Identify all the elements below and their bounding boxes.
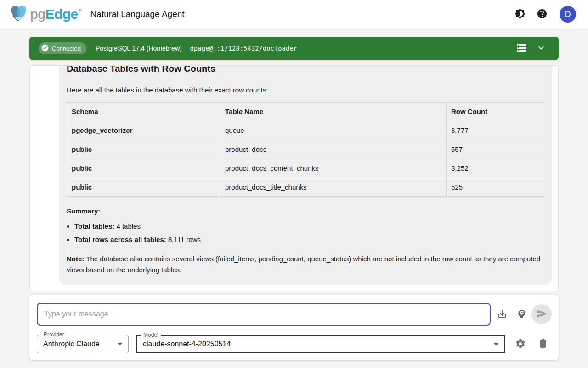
provider-select-value: Anthropic Claude xyxy=(43,340,100,348)
summary-heading: Summary: xyxy=(67,207,544,216)
chevron-down-icon xyxy=(536,42,547,55)
cell-schema: public xyxy=(67,159,220,178)
summary-list-item: Total tables: 4 tables xyxy=(74,222,544,231)
app-header: pgEdge® Natural Language Agent D xyxy=(0,0,588,29)
status-label: Connected xyxy=(52,45,81,52)
collapse-connection-button[interactable] xyxy=(533,40,549,57)
table-row: public product_docs 557 xyxy=(67,140,544,159)
logo-registered-mark: ® xyxy=(79,8,82,13)
assistant-message: Database Tables with Row Counts Here are… xyxy=(59,65,552,285)
check-circle-icon xyxy=(41,44,49,53)
pgedge-logo-icon xyxy=(8,4,29,25)
download-chat-button[interactable] xyxy=(493,305,511,323)
user-avatar[interactable]: D xyxy=(560,6,576,23)
dark-mode-toggle[interactable] xyxy=(511,5,529,23)
cell-table-name: queue xyxy=(220,121,447,140)
cell-table-name: product_docs_content_chunks xyxy=(220,159,447,178)
send-icon xyxy=(536,308,547,321)
summary-list: Total tables: 4 tables Total rows across… xyxy=(67,222,544,244)
note-label: Note: xyxy=(67,255,84,263)
model-select-value: claude-sonnet-4-20250514 xyxy=(143,340,231,348)
status-badge: Connected xyxy=(39,42,86,54)
message-input[interactable] xyxy=(37,303,491,326)
settings-button[interactable] xyxy=(511,335,530,353)
clear-chat-button[interactable] xyxy=(534,335,552,353)
composer-panel: Provider Anthropic Claude Model claude-s… xyxy=(29,295,559,360)
cell-schema: pgedge_vectorizer xyxy=(67,121,220,140)
table-header-row: Schema Table Name Row Count xyxy=(67,103,544,121)
ai-psychology-icon xyxy=(516,308,527,321)
logo-text-pg: pg xyxy=(30,6,45,22)
column-header-row-count: Row Count xyxy=(447,103,544,121)
help-button[interactable] xyxy=(533,5,551,23)
table-row: public product_docs_content_chunks 3,252 xyxy=(67,159,544,178)
column-header-schema: Schema xyxy=(67,103,220,121)
cell-schema: public xyxy=(67,140,220,159)
settings-icon xyxy=(515,338,526,351)
server-version-label: PostgreSQL 17.4 (Homebrew) xyxy=(96,45,182,52)
message-intro: Here are all the tables in the database … xyxy=(67,86,544,95)
cell-row-count: 557 xyxy=(447,140,544,159)
chat-message-area: Database Tables with Row Counts Here are… xyxy=(29,65,559,291)
header-actions: D xyxy=(511,5,576,23)
logo-text-edge: Edge xyxy=(45,6,78,22)
dropdown-arrow-icon xyxy=(491,339,502,350)
ai-thinking-button[interactable] xyxy=(512,305,531,323)
table-row: pgedge_vectorizer queue 3,777 xyxy=(67,121,544,140)
send-button[interactable] xyxy=(531,304,552,324)
cell-row-count: 525 xyxy=(447,178,544,197)
dropdown-arrow-icon xyxy=(114,339,125,350)
server-list-button[interactable] xyxy=(514,40,530,57)
cell-schema: public xyxy=(67,178,220,197)
provider-select[interactable]: Provider Anthropic Claude xyxy=(37,335,129,353)
pgedge-logo: pgEdge® xyxy=(8,4,82,25)
message-note: Note: The database also contains several… xyxy=(67,253,544,276)
download-icon xyxy=(497,308,508,321)
note-text: The database also contains several views… xyxy=(67,255,540,274)
message-heading: Database Tables with Row Counts xyxy=(67,65,544,74)
table-row: public product_docs_title_chunks 525 xyxy=(67,178,544,197)
server-list-icon xyxy=(516,42,527,55)
summary-list-item: Total rows across all tables: 8,111 rows xyxy=(74,235,544,244)
cell-row-count: 3,252 xyxy=(447,159,544,178)
tables-row-count-table: Schema Table Name Row Count pgedge_vecto… xyxy=(67,102,544,197)
cell-row-count: 3,777 xyxy=(447,121,544,140)
dark-mode-icon xyxy=(514,8,526,21)
connection-bar: Connected PostgreSQL 17.4 (Homebrew) dpa… xyxy=(29,37,559,60)
model-select[interactable]: Model claude-sonnet-4-20250514 xyxy=(136,335,505,353)
model-select-label: Model xyxy=(141,332,161,338)
cell-table-name: product_docs_title_chunks xyxy=(220,178,447,197)
delete-icon xyxy=(537,338,548,351)
provider-select-label: Provider xyxy=(41,331,67,338)
connection-string: dpage@::1/128:5432/docloader xyxy=(190,45,297,52)
cell-table-name: product_docs xyxy=(220,140,447,159)
column-header-table-name: Table Name xyxy=(220,103,447,121)
help-icon xyxy=(537,8,548,21)
page-title: Natural Language Agent xyxy=(90,9,185,19)
